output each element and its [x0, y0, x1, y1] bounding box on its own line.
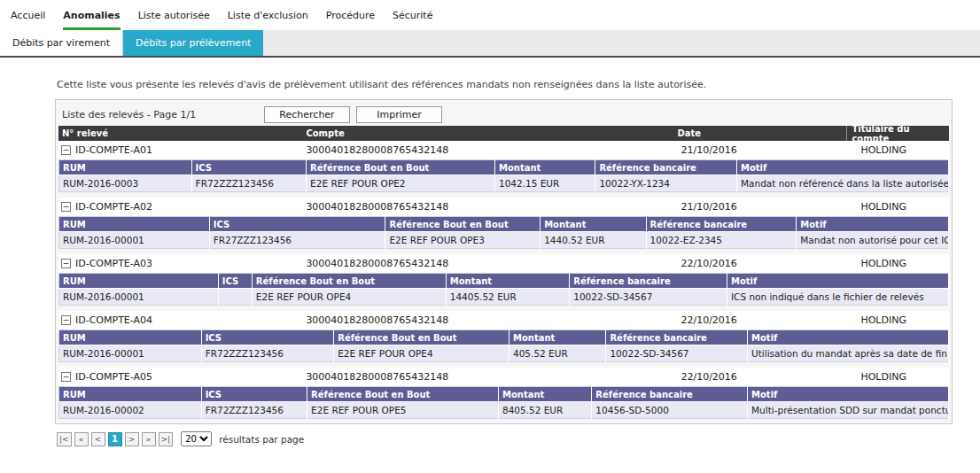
- motif-value: Multi-présentation SDD sur mandat ponctu…: [748, 402, 949, 419]
- date-value: 22/10/2016: [677, 258, 846, 269]
- collapse-icon[interactable]: −: [61, 145, 71, 155]
- nav-item-liste-exclusion[interactable]: Liste d'exclusion: [228, 10, 308, 30]
- operations-subtable: RUM ICS Référence Bout en Bout Montant R…: [58, 216, 949, 249]
- subheader-motif: Motif: [748, 387, 949, 402]
- subheader-e2e: Référence Bout en Bout: [252, 274, 446, 289]
- results-per-page-select[interactable]: 20: [181, 431, 212, 446]
- list-title: Liste des relevés - Page 1/1: [62, 109, 264, 120]
- titulaire-value: HOLDING: [846, 314, 949, 326]
- operation-row: RUM-2016-00002 FR72ZZZ123456 E2E REF POU…: [59, 402, 949, 419]
- current-page-button[interactable]: 1: [108, 432, 122, 446]
- date-value: 22/10/2016: [677, 371, 846, 383]
- releve-group: − ID-COMPTE-A03 30004018280008765432148 …: [58, 254, 949, 306]
- e2e-value: E2E REF POUR OPE4: [252, 289, 446, 306]
- releve-group: − ID-COMPTE-A02 30004018280008765432148 …: [58, 198, 949, 249]
- collapse-icon[interactable]: −: [61, 372, 71, 382]
- toolbar: Liste des relevés - Page 1/1 Rechercher …: [58, 103, 949, 126]
- releves-table-header: N° relevé Compte Date Titulaire du compt…: [58, 126, 949, 141]
- ref-bancaire-value: 10022-EZ-2345: [646, 232, 797, 249]
- subheader-rum: RUM: [59, 274, 219, 289]
- motif-value: Mandat non référencé dans la liste autor…: [737, 175, 949, 192]
- subheader-montant: Montant: [498, 387, 591, 402]
- ref-bancaire-value: 10022-SD-34567: [570, 289, 727, 306]
- date-value: 21/10/2016: [677, 144, 846, 156]
- titulaire-value: HOLDING: [846, 144, 949, 156]
- date-value: 21/10/2016: [677, 201, 846, 213]
- montant-value: 1042.15 EUR: [494, 175, 595, 192]
- ref-bancaire-value: 10456-SD-5000: [592, 402, 748, 419]
- next-page-button[interactable]: >: [125, 432, 139, 446]
- releve-id: ID-COMPTE-A03: [75, 258, 152, 269]
- collapse-icon[interactable]: −: [61, 315, 71, 325]
- subheader-motif: Motif: [737, 160, 949, 175]
- montant-value: 1440.52 EUR: [541, 232, 646, 249]
- subheader-e2e: Référence Bout en Bout: [307, 387, 499, 402]
- motif-value: ICS non indiqué dans le fichier de relev…: [727, 289, 948, 306]
- compte-value: 30004018280008765432148: [306, 201, 677, 213]
- fast-next-page-button[interactable]: »: [142, 432, 156, 446]
- rum-value: RUM-2016-00001: [59, 345, 202, 362]
- main-content: Cette liste vous présente les relevés d'…: [55, 79, 953, 446]
- compte-value: 30004018280008765432148: [306, 144, 677, 156]
- first-page-button[interactable]: |<: [57, 432, 72, 446]
- compte-value: 30004018280008765432148: [306, 258, 677, 269]
- subheader-ics: ICS: [218, 274, 252, 289]
- operations-subtable: RUM ICS Référence Bout en Bout Montant R…: [58, 386, 949, 419]
- releve-group-row: − ID-COMPTE-A03 30004018280008765432148 …: [58, 254, 949, 273]
- subheader-ref-bancaire: Référence bancaire: [595, 160, 737, 175]
- fast-prev-page-button[interactable]: «: [74, 432, 89, 446]
- subheader-motif: Motif: [748, 330, 949, 345]
- subheader-rum: RUM: [59, 160, 192, 175]
- subheader-montant: Montant: [494, 160, 595, 175]
- nav-item-procedure[interactable]: Procédure: [326, 10, 375, 30]
- nav-item-accueil[interactable]: Accueil: [11, 10, 45, 30]
- subheader-montant: Montant: [541, 217, 646, 232]
- subtable-header-row: RUM ICS Référence Bout en Bout Montant R…: [59, 387, 949, 402]
- rum-value: RUM-2016-00001: [59, 289, 219, 306]
- operation-row: RUM-2016-00001 FR72ZZZ123456 E2E REF POU…: [59, 345, 949, 362]
- header-titulaire: Titulaire du compte: [846, 126, 949, 141]
- collapse-icon[interactable]: −: [61, 202, 71, 212]
- print-button[interactable]: Imprimer: [356, 106, 442, 123]
- subheader-ics: ICS: [201, 330, 334, 345]
- subheader-montant: Montant: [446, 274, 570, 289]
- last-page-button[interactable]: >|: [159, 432, 174, 446]
- operation-row: RUM-2016-0003 FR72ZZZ123456 E2E REF POUR…: [59, 175, 949, 192]
- releve-group: − ID-COMPTE-A05 30004018280008765432148 …: [58, 368, 949, 419]
- nav-item-anomalies[interactable]: Anomalies: [63, 10, 120, 30]
- releves-panel: Liste des relevés - Page 1/1 Rechercher …: [55, 99, 953, 424]
- ics-value: FR72ZZZ123456: [201, 345, 334, 362]
- subheader-ics: ICS: [209, 217, 385, 232]
- operation-row: RUM-2016-00001 FR27ZZZ123456 E2E REF POU…: [59, 232, 949, 249]
- subheader-e2e: Référence Bout en Bout: [385, 217, 541, 232]
- releve-group-row: − ID-COMPTE-A04 30004018280008765432148 …: [58, 311, 949, 330]
- subtable-header-row: RUM ICS Référence Bout en Bout Montant R…: [59, 330, 949, 345]
- releve-id: ID-COMPTE-A05: [75, 371, 152, 383]
- rum-value: RUM-2016-00002: [59, 402, 202, 419]
- compte-value: 30004018280008765432148: [306, 314, 677, 326]
- motif-value: Mandat non autorisé pour cet ICS: [797, 232, 949, 249]
- nav-item-liste-autorisee[interactable]: Liste autorisée: [138, 10, 210, 30]
- nav-item-securite[interactable]: Sécurité: [393, 10, 432, 30]
- operations-subtable: RUM ICS Référence Bout en Bout Montant R…: [58, 330, 949, 362]
- date-value: 22/10/2016: [677, 314, 846, 326]
- operation-row: RUM-2016-00001 E2E REF POUR OPE4 14405.5…: [59, 289, 949, 306]
- subheader-ref-bancaire: Référence bancaire: [646, 217, 797, 232]
- collapse-icon[interactable]: −: [61, 259, 71, 268]
- ics-value: FR72ZZZ123456: [201, 402, 307, 419]
- subheader-rum: RUM: [59, 217, 210, 232]
- top-navigation: Accueil Anomalies Liste autorisée Liste …: [0, 0, 980, 30]
- tab-debits-par-prelevement[interactable]: Débits par prélèvement: [123, 30, 263, 56]
- titulaire-value: HOLDING: [846, 258, 949, 269]
- subheader-ref-bancaire: Référence bancaire: [570, 274, 727, 289]
- releve-group: − ID-COMPTE-A04 30004018280008765432148 …: [58, 311, 949, 362]
- rum-value: RUM-2016-0003: [59, 175, 192, 192]
- subheader-e2e: Référence Bout en Bout: [307, 160, 495, 175]
- montant-value: 8405.52 EUR: [498, 402, 591, 419]
- prev-page-button[interactable]: <: [91, 432, 105, 446]
- search-button[interactable]: Rechercher: [264, 106, 350, 123]
- tab-debits-par-virement[interactable]: Débits par virement: [0, 30, 123, 56]
- subheader-e2e: Référence Bout en Bout: [334, 330, 509, 345]
- subheader-motif: Motif: [797, 217, 949, 232]
- ics-value: FR72ZZZ123456: [191, 175, 307, 192]
